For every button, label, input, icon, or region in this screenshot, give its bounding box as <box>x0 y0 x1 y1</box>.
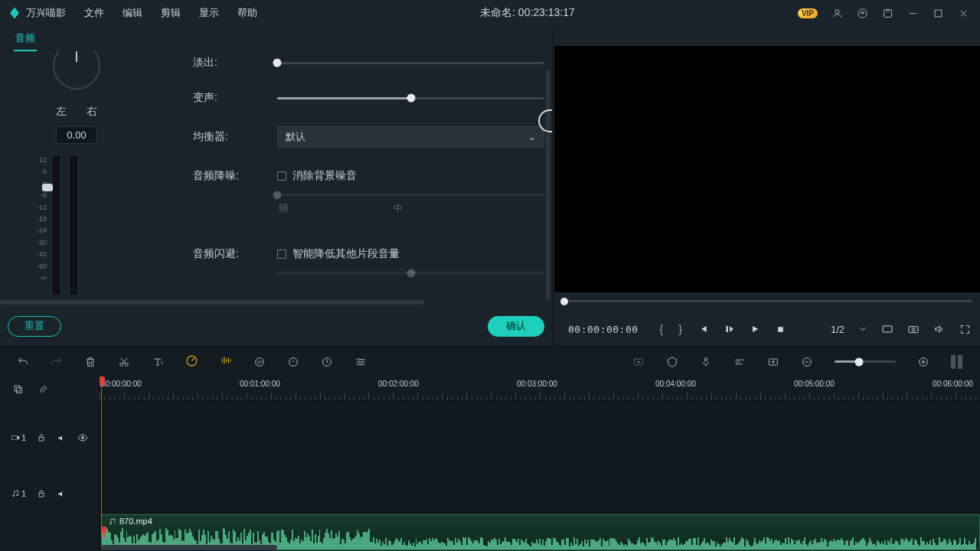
menu-file[interactable]: 文件 <box>84 6 104 20</box>
denoise-mid-label: 中 <box>394 202 403 215</box>
svg-text:10: 10 <box>257 360 262 364</box>
meter-scale: 1260 -6-12-18 -24-30-42 -60-∞ <box>37 155 47 284</box>
message-icon[interactable] <box>857 8 868 19</box>
save-icon[interactable] <box>882 8 893 19</box>
link-icon[interactable] <box>38 383 49 395</box>
svg-point-37 <box>17 494 18 496</box>
close-icon[interactable] <box>958 8 969 19</box>
volume-icon[interactable] <box>933 323 946 335</box>
text-icon[interactable] <box>152 356 164 368</box>
confirm-button[interactable]: 确认 <box>488 316 544 337</box>
tab-audio[interactable]: 音频 <box>14 27 37 51</box>
menu-view[interactable]: 显示 <box>199 6 219 20</box>
volume-fader[interactable] <box>42 184 53 191</box>
mark-out-icon[interactable]: } <box>678 323 682 335</box>
preview-zoom[interactable]: 1/2 <box>831 324 844 335</box>
svg-point-35 <box>81 436 84 439</box>
mark-in-icon[interactable]: { <box>660 323 664 335</box>
color-icon[interactable]: 10 <box>253 356 266 368</box>
pan-value-input[interactable] <box>56 126 97 144</box>
fullscreen-icon[interactable] <box>959 324 971 335</box>
menu-bar: 文件 编辑 剪辑 显示 帮助 <box>84 6 257 20</box>
video-track[interactable] <box>100 401 980 474</box>
equalizer-label: 均衡器: <box>193 130 277 144</box>
preview-scrubber[interactable] <box>560 300 972 302</box>
preview-timecode[interactable]: 00:00:00:00 <box>562 321 645 337</box>
add-media-icon[interactable] <box>767 356 779 368</box>
svg-point-20 <box>358 358 360 360</box>
prev-frame-icon[interactable] <box>697 324 708 334</box>
svg-point-18 <box>289 357 298 366</box>
mute-icon[interactable] <box>57 489 67 499</box>
timeline-zoom-slider[interactable] <box>835 360 896 363</box>
svg-rect-5 <box>935 10 942 17</box>
mute-icon[interactable] <box>57 433 67 443</box>
speed-icon[interactable] <box>185 354 198 367</box>
vip-badge[interactable]: VIP <box>798 8 818 18</box>
lock-icon[interactable] <box>37 489 46 498</box>
render-icon[interactable] <box>632 356 645 368</box>
timeline-view-icon[interactable] <box>951 355 963 369</box>
fade-out-slider[interactable] <box>277 62 544 64</box>
menu-clip[interactable]: 剪辑 <box>161 6 181 20</box>
maximize-icon[interactable] <box>933 8 944 19</box>
svg-rect-31 <box>15 386 20 391</box>
svg-point-39 <box>109 523 111 524</box>
delete-icon[interactable] <box>84 356 96 368</box>
play-icon[interactable] <box>750 324 760 334</box>
play-pause-icon[interactable] <box>724 324 734 334</box>
denoise-label: 音频降噪: <box>193 169 277 183</box>
equalizer-dropdown[interactable]: 默认⌄ <box>277 126 544 148</box>
keyframe-icon[interactable] <box>321 356 333 368</box>
menu-edit[interactable]: 编辑 <box>122 6 142 20</box>
undo-icon[interactable] <box>17 356 29 368</box>
settings-icon[interactable] <box>354 356 367 368</box>
denoise-slider[interactable]: 弱 中 <box>277 194 544 215</box>
denoise-checkbox[interactable]: 消除背景噪音 <box>277 169 357 183</box>
document-title: 未命名: 00:23:13:17 <box>257 6 798 20</box>
copy-track-icon[interactable] <box>12 383 24 395</box>
quality-icon[interactable] <box>881 323 893 335</box>
account-icon[interactable] <box>831 8 843 19</box>
pan-right-label: 右 <box>87 105 97 119</box>
timeline-horizontal-scrollbar[interactable] <box>101 545 277 550</box>
props-vertical-scrollbar[interactable] <box>546 70 550 300</box>
mixer-icon[interactable] <box>733 356 746 368</box>
svg-rect-34 <box>39 438 44 442</box>
zoom-in-icon[interactable] <box>917 356 929 368</box>
zoom-out-icon[interactable] <box>801 356 813 368</box>
stop-icon[interactable] <box>776 324 786 334</box>
fade-out-label: 淡出: <box>193 56 277 70</box>
ducking-checkbox[interactable]: 智能降低其他片段音量 <box>277 247 400 261</box>
denoise-weak-label: 弱 <box>279 202 288 215</box>
empty-track[interactable] <box>100 474 980 513</box>
audio-adjust-icon[interactable] <box>220 354 232 367</box>
pitch-slider[interactable] <box>277 97 544 99</box>
crop-icon[interactable] <box>287 356 299 368</box>
audio-track-label: 1 <box>11 489 26 498</box>
svg-rect-32 <box>17 387 22 393</box>
zoom-chevron-icon[interactable] <box>858 324 867 334</box>
svg-rect-38 <box>39 494 44 497</box>
svg-point-36 <box>13 495 15 497</box>
snapshot-icon[interactable] <box>907 323 920 335</box>
preview-viewport <box>554 46 980 292</box>
playhead[interactable] <box>101 377 102 536</box>
chevron-down-icon: ⌄ <box>528 132 536 142</box>
cut-icon[interactable] <box>118 356 130 368</box>
minimize-icon[interactable] <box>907 8 919 19</box>
svg-rect-33 <box>12 436 18 440</box>
leftpane-horizontal-scrollbar[interactable] <box>0 300 424 305</box>
svg-rect-3 <box>886 9 890 11</box>
record-voice-icon[interactable] <box>700 356 712 368</box>
pan-knob[interactable] <box>53 51 100 90</box>
ducking-slider[interactable] <box>277 272 544 274</box>
visibility-icon[interactable] <box>77 432 88 443</box>
reset-button[interactable]: 重置 <box>8 316 61 337</box>
svg-point-22 <box>358 364 361 366</box>
marker-icon[interactable] <box>666 356 678 368</box>
lock-icon[interactable] <box>37 433 46 442</box>
redo-icon[interactable] <box>51 356 63 368</box>
menu-help[interactable]: 帮助 <box>237 6 257 20</box>
timeline-ruler[interactable]: 00:00:00:0000:01:00:0000:02:00:0000:03:0… <box>100 377 980 401</box>
